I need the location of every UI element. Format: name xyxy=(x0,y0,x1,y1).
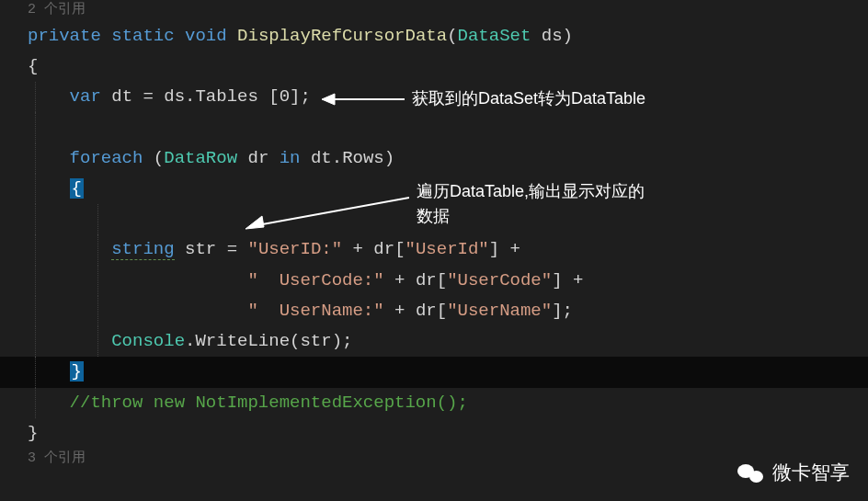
keyword-string: string xyxy=(111,239,174,260)
var-dt: dt xyxy=(111,86,132,107)
string-literal: "UserCode" xyxy=(447,270,552,290)
keyword-in: in xyxy=(280,148,301,168)
code-line[interactable]: string str = "UserID:" + dr["UserId"] + xyxy=(0,234,868,265)
code-line[interactable]: { xyxy=(0,51,868,82)
string-literal: "UserID:" xyxy=(247,239,342,259)
keyword-var: var xyxy=(70,86,101,107)
annotation-text: 获取到的DataSet转为DataTable xyxy=(412,86,645,111)
string-literal: "UserId" xyxy=(405,239,489,259)
indexer: dr[ xyxy=(373,239,405,259)
operator: + xyxy=(342,239,373,259)
paren: ) xyxy=(384,148,394,168)
brace-open-highlight: { xyxy=(70,178,84,199)
paren: ( xyxy=(154,148,164,168)
var-str: str xyxy=(185,239,216,259)
expr-ds-tables: ds.Tables [0]; xyxy=(164,86,311,107)
reference-count-top[interactable]: 2 个引用 xyxy=(0,0,868,21)
keyword-foreach: foreach xyxy=(70,148,143,168)
paren: ) xyxy=(563,26,573,46)
brace-open: { xyxy=(28,56,38,76)
svg-marker-1 xyxy=(322,94,335,105)
string-literal: "UserName" xyxy=(447,301,552,321)
indexer: dr[ xyxy=(416,301,447,321)
annotation-1: 获取到的DataSet转为DataTable xyxy=(322,86,645,111)
type-console: Console xyxy=(111,331,185,351)
code-line-highlighted[interactable]: } xyxy=(0,357,868,387)
svg-marker-3 xyxy=(246,216,264,229)
annotation-line-1: 遍历DataTable,输出显示对应的 xyxy=(417,179,645,204)
operator: = xyxy=(132,86,164,107)
arrow-icon xyxy=(244,188,409,234)
annotation-text-block: 遍历DataTable,输出显示对应的 数据 xyxy=(417,179,645,229)
expr-dt-rows: dt.Rows xyxy=(311,148,384,168)
indexer: ] xyxy=(489,239,499,259)
string-literal: " UserCode:" xyxy=(247,270,383,290)
keyword-static: static xyxy=(111,26,174,46)
wechat-icon xyxy=(737,462,763,484)
method-name: DisplayRefCursorData xyxy=(237,26,447,46)
code-editor[interactable]: 2 个引用 private static void DisplayRefCurs… xyxy=(0,0,868,470)
keyword-void: void xyxy=(185,26,227,46)
watermark: 微卡智享 xyxy=(737,456,850,490)
watermark-text: 微卡智享 xyxy=(772,456,850,490)
keyword-private: private xyxy=(28,26,101,46)
code-line[interactable]: Console.WriteLine(str); xyxy=(0,326,868,357)
string-literal: " UserName:" xyxy=(247,301,383,321)
var-dr: dr xyxy=(247,148,268,168)
code-line[interactable]: } xyxy=(0,418,868,449)
code-line[interactable]: " UserCode:" + dr["UserCode"] + xyxy=(0,266,868,296)
brace-close-highlight: } xyxy=(70,361,84,381)
code-line[interactable] xyxy=(0,112,868,142)
operator: + xyxy=(384,301,416,321)
indexer: ] xyxy=(552,301,562,321)
annotation-2: 遍历DataTable,输出显示对应的 数据 xyxy=(244,179,645,234)
type-dataset: DataSet xyxy=(458,26,531,46)
paren: ( xyxy=(447,26,457,46)
indexer: ] xyxy=(552,270,562,290)
operator: + xyxy=(563,270,594,290)
indexer: dr[ xyxy=(416,270,447,290)
code-line[interactable]: private static void DisplayRefCursorData… xyxy=(0,21,868,51)
code-line[interactable]: foreach (DataRow dr in dt.Rows) xyxy=(0,143,868,174)
operator: + xyxy=(384,270,416,290)
comment: //throw new NotImplementedException(); xyxy=(70,393,468,413)
operator: + xyxy=(499,239,531,259)
arrow-icon xyxy=(322,90,405,108)
type-datarow: DataRow xyxy=(164,148,237,168)
code-line[interactable]: //throw new NotImplementedException(); xyxy=(0,388,868,418)
brace-close: } xyxy=(28,423,38,443)
svg-line-2 xyxy=(257,198,409,225)
code-line[interactable]: " UserName:" + dr["UserName"]; xyxy=(0,296,868,326)
annotation-line-2: 数据 xyxy=(417,204,645,229)
semicolon: ; xyxy=(563,301,573,321)
param-name: ds xyxy=(542,26,563,46)
method-call: .WriteLine(str); xyxy=(185,331,352,351)
operator: = xyxy=(216,239,247,259)
